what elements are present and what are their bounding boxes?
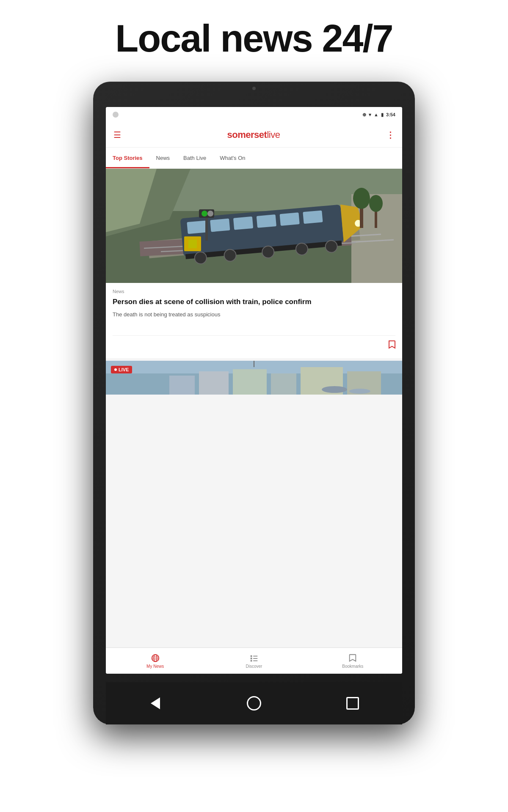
nav-label-bookmarks: Bookmarks xyxy=(342,664,363,669)
nav-item-discover[interactable]: Discover xyxy=(204,653,303,669)
svg-rect-49 xyxy=(199,371,229,395)
bookmark-icon[interactable] xyxy=(388,340,395,351)
recents-button[interactable] xyxy=(344,695,361,712)
brand-regular: live xyxy=(267,129,280,140)
svg-rect-23 xyxy=(280,212,300,226)
svg-point-39 xyxy=(353,188,370,209)
device-nav-bar xyxy=(106,682,402,724)
svg-point-52 xyxy=(349,389,370,394)
train-scene-svg xyxy=(106,169,402,283)
svg-rect-62 xyxy=(251,660,252,661)
tab-bath-live[interactable]: Bath Live xyxy=(177,148,213,168)
svg-point-34 xyxy=(202,211,207,217)
nav-label-discover: Discover xyxy=(246,664,262,669)
svg-rect-37 xyxy=(188,240,197,248)
tab-news[interactable]: News xyxy=(149,148,177,168)
status-icons: ⊕ ▾ ▲ ▮ 3:54 xyxy=(362,112,395,118)
live-card-image xyxy=(106,361,402,395)
battery-icon: ▮ xyxy=(381,112,384,118)
svg-rect-60 xyxy=(251,658,252,659)
signal-icon: ▲ xyxy=(374,112,378,117)
tab-top-stories[interactable]: Top Stories xyxy=(106,148,149,168)
brand-bold: somerset xyxy=(227,129,267,140)
time-display: 3:54 xyxy=(386,112,395,117)
live-scene-svg xyxy=(106,361,402,395)
live-badge: LIVE xyxy=(111,366,132,373)
globe-icon xyxy=(151,653,160,663)
nav-item-my-news[interactable]: My News xyxy=(106,653,204,669)
more-options-icon[interactable]: ⋮ xyxy=(386,130,395,140)
article-summary: The death is not being treated as suspic… xyxy=(113,311,395,318)
article-image xyxy=(106,169,402,283)
svg-point-35 xyxy=(207,211,213,217)
nav-tabs: Top Stories News Bath Live What's On xyxy=(106,148,402,169)
svg-rect-48 xyxy=(169,376,195,395)
wifi-icon: ▾ xyxy=(369,112,371,118)
live-card[interactable]: LIVE xyxy=(106,361,402,395)
tab-whats-on[interactable]: What's On xyxy=(213,148,252,168)
back-button[interactable] xyxy=(147,695,164,712)
svg-point-51 xyxy=(322,386,347,393)
screen: ⊕ ▾ ▲ ▮ 3:54 ☰ somersetlive ⋮ Top Storie… xyxy=(106,107,402,674)
brand-logo: somersetlive xyxy=(227,129,280,140)
content-area: News Person dies at scene of collision w… xyxy=(106,169,402,647)
live-dot xyxy=(114,368,117,371)
svg-rect-20 xyxy=(210,219,230,232)
bookmarks-icon xyxy=(348,653,357,663)
svg-rect-24 xyxy=(303,210,323,224)
camera-indicator xyxy=(113,112,119,118)
nav-label-my-news: My News xyxy=(146,664,164,669)
hamburger-icon[interactable]: ☰ xyxy=(113,131,121,139)
article-category: News xyxy=(113,289,395,294)
status-bar: ⊕ ▾ ▲ ▮ 3:54 xyxy=(106,107,402,122)
page-headline: Local news 24/7 xyxy=(115,17,392,60)
location-icon: ⊕ xyxy=(362,112,366,118)
main-article-card[interactable]: News Person dies at scene of collision w… xyxy=(106,169,402,358)
article-content: News Person dies at scene of collision w… xyxy=(106,283,402,358)
svg-rect-58 xyxy=(251,655,252,657)
svg-rect-22 xyxy=(257,214,276,228)
list-icon xyxy=(249,653,259,663)
nav-item-bookmarks[interactable]: Bookmarks xyxy=(304,653,402,669)
svg-rect-21 xyxy=(233,217,253,230)
device-wrapper: ⊕ ▾ ▲ ▮ 3:54 ☰ somersetlive ⋮ Top Storie… xyxy=(93,82,415,724)
svg-point-41 xyxy=(369,195,383,212)
home-button[interactable] xyxy=(246,695,262,712)
svg-rect-45 xyxy=(271,373,296,395)
article-headline: Person dies at scene of collision with t… xyxy=(113,297,395,307)
svg-rect-44 xyxy=(233,369,267,395)
article-bookmark-area xyxy=(113,335,395,351)
app-header: ☰ somersetlive ⋮ xyxy=(106,122,402,148)
bottom-nav: My News Discover Bookmarks xyxy=(106,647,402,674)
svg-rect-19 xyxy=(187,220,207,234)
